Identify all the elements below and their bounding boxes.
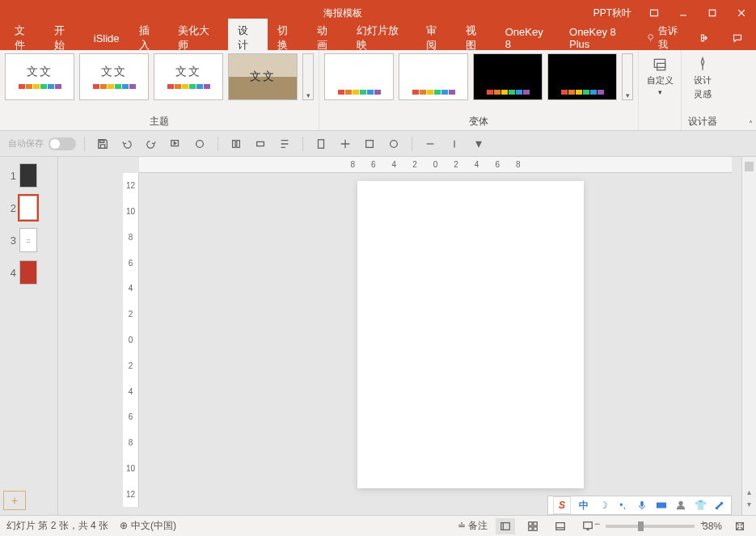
save-icon[interactable] (93, 134, 112, 154)
designer-label: 设计器 (686, 113, 719, 129)
svg-rect-21 (501, 522, 510, 530)
ime-user-icon[interactable] (674, 499, 687, 512)
variant-thumb-2[interactable] (399, 53, 468, 100)
svg-rect-2 (709, 10, 716, 16)
ime-settings-icon[interactable] (713, 499, 726, 512)
svg-point-20 (678, 501, 682, 505)
svg-rect-19 (657, 503, 666, 509)
fit-to-window-icon[interactable] (730, 518, 750, 534)
start-from-beginning-icon[interactable] (166, 134, 185, 154)
zoom-slider[interactable] (606, 525, 695, 528)
ime-mic-icon[interactable] (636, 499, 648, 512)
language-status[interactable]: ⊕中文(中国) (120, 519, 176, 533)
slide-thumb-3[interactable]: 3:: (3, 226, 54, 254)
ime-toolbar[interactable]: S 中 ☽ •, 👕 (547, 496, 732, 515)
ribbon: 文文 文文 文文 文文 ▾ 主题 ▾ 变体 自定义 ▾ 设计 灵感 设计 (0, 50, 756, 131)
window-title: 海报模板 (97, 6, 589, 20)
theme-thumb-1[interactable]: 文文 (5, 53, 74, 100)
close-icon[interactable] (730, 2, 753, 24)
ime-punct-icon[interactable]: •, (616, 499, 629, 512)
themes-more-icon[interactable]: ▾ (302, 53, 314, 100)
qat-tool-9[interactable] (445, 134, 464, 154)
autosave-toggle[interactable] (49, 137, 76, 150)
ribbon-display-icon[interactable] (643, 2, 665, 24)
variants-label: 变体 (324, 113, 633, 129)
workspace: 1 2 3:: 4 + 864202468 12108642024681012 … (0, 157, 756, 515)
theme-thumb-4[interactable]: 文文 (228, 53, 298, 100)
ribbon-tabs: 文件 开始 iSlide 插入 美化大师 设计 切换 动画 幻灯片放映 审阅 视… (0, 26, 756, 50)
svg-rect-18 (640, 501, 644, 507)
tell-me-label: 告诉我 (658, 24, 686, 52)
themes-group: 文文 文文 文文 文文 ▾ 主题 (0, 50, 319, 130)
account-name[interactable]: PPT秋叶 (589, 6, 636, 20)
svg-rect-12 (233, 140, 236, 147)
qat-tool-7[interactable] (384, 134, 403, 154)
quick-access-toolbar: 自动保存 ▾ (0, 131, 756, 157)
svg-rect-15 (319, 139, 324, 148)
share-icon[interactable] (691, 27, 718, 49)
vertical-scrollbar[interactable]: ▴ ▾ (741, 157, 756, 515)
theme-thumb-3[interactable]: 文文 (154, 53, 223, 100)
slide-thumb-2[interactable]: 2 (3, 194, 54, 222)
theme-thumb-2[interactable]: 文文 (79, 53, 149, 100)
variants-more-icon[interactable]: ▾ (622, 53, 633, 100)
redo-icon[interactable] (141, 134, 161, 154)
svg-rect-29 (584, 521, 593, 528)
qat-tool-6[interactable] (360, 134, 379, 154)
svg-point-5 (648, 35, 653, 40)
normal-view-icon[interactable] (496, 518, 515, 534)
prev-slide-icon[interactable]: ▴ (747, 487, 751, 496)
add-slide-button[interactable]: + (3, 491, 26, 510)
next-slide-icon[interactable]: ▾ (747, 500, 751, 509)
horizontal-ruler: 864202468 (139, 157, 732, 173)
variant-thumb-3[interactable] (473, 53, 543, 100)
qat-tool-1[interactable] (226, 134, 246, 154)
minimize-icon[interactable] (672, 2, 695, 24)
svg-point-11 (196, 140, 204, 147)
svg-rect-9 (657, 63, 665, 70)
slide-thumb-1[interactable]: 1 (3, 162, 54, 189)
canvas-area: 864202468 12108642024681012 ▴ ▾ (58, 157, 756, 515)
qat-tool-2[interactable] (251, 134, 270, 154)
slide-sorter-icon[interactable] (523, 518, 543, 534)
design-ideas-button[interactable]: 设计 灵感 (686, 53, 719, 103)
custom-button[interactable]: 自定义 ▾ (644, 53, 676, 99)
svg-rect-0 (651, 10, 658, 16)
custom-group: 自定义 ▾ (639, 50, 682, 130)
qat-tool-3[interactable] (275, 134, 294, 154)
qat-tool-4[interactable] (311, 134, 331, 154)
themes-label: 主题 (5, 113, 314, 129)
variants-group: ▾ 变体 (319, 50, 639, 130)
ime-skin-icon[interactable]: 👕 (694, 499, 707, 512)
qat-tool-10[interactable]: ▾ (469, 134, 488, 154)
undo-icon[interactable] (117, 134, 137, 154)
maximize-icon[interactable] (701, 2, 724, 24)
vertical-ruler: 12108642024681012 (123, 173, 139, 507)
notes-button[interactable]: ≐ 备注 (458, 519, 488, 533)
slide-thumbnails-panel: 1 2 3:: 4 + (0, 157, 58, 515)
svg-rect-27 (556, 522, 565, 530)
touch-mode-icon[interactable] (190, 134, 209, 154)
qat-tool-5[interactable] (336, 134, 355, 154)
svg-rect-23 (529, 521, 532, 525)
svg-rect-16 (366, 140, 374, 147)
variant-thumb-1[interactable] (324, 53, 394, 100)
slide-counter[interactable]: 幻灯片 第 2 张，共 4 张 (6, 519, 108, 533)
slide-canvas[interactable] (357, 181, 584, 488)
svg-rect-24 (534, 521, 537, 525)
collapse-ribbon-icon[interactable]: ˄ (749, 120, 753, 129)
ime-moon-icon[interactable]: ☽ (597, 499, 610, 512)
reading-view-icon[interactable] (551, 518, 570, 534)
ime-keyboard-icon[interactable] (655, 499, 668, 512)
svg-rect-14 (257, 141, 264, 146)
svg-rect-13 (237, 140, 240, 147)
comments-icon[interactable] (724, 27, 751, 49)
ime-lang[interactable]: 中 (577, 499, 590, 512)
tab-islide[interactable]: iSlide (84, 27, 129, 49)
qat-tool-8[interactable] (420, 134, 440, 154)
variant-thumb-4[interactable] (547, 53, 617, 100)
slide-thumb-4[interactable]: 4 (3, 259, 54, 286)
tell-me[interactable]: 告诉我 (646, 24, 686, 52)
ime-logo-icon[interactable]: S (553, 496, 571, 514)
designer-group: 设计 灵感 设计器 (682, 50, 724, 130)
